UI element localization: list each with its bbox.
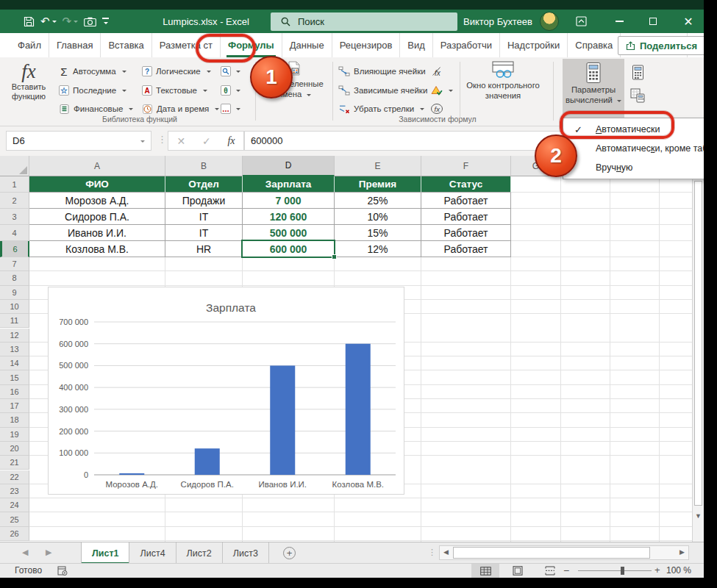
row-header-18[interactable]: 18 [0, 413, 29, 427]
calculate-sheet-button[interactable] [627, 85, 649, 106]
table-cell[interactable]: IT [165, 225, 243, 241]
row-header-8[interactable]: 8 [0, 271, 29, 285]
zoom-slider-thumb[interactable] [621, 567, 624, 575]
table-cell[interactable]: 7 000 [243, 193, 335, 209]
ribbon-button-Зависимые ячейки[interactable]: Зависимые ячейки [338, 82, 428, 98]
sheet-tab-Лист1[interactable]: Лист1 [81, 542, 129, 564]
vertical-scrollbar-thumb[interactable] [694, 181, 702, 506]
share-button[interactable]: Поделиться [618, 36, 704, 55]
insert-function-button[interactable]: fx Вставить функцию [6, 60, 51, 122]
table-cell[interactable]: Работает [421, 193, 511, 209]
scroll-right-icon[interactable]: ▶ [679, 548, 685, 556]
view-normal-button[interactable] [471, 564, 499, 578]
table-cell[interactable]: Иванов И.И. [29, 225, 165, 241]
table-cell[interactable]: 15% [335, 225, 421, 241]
camera-icon[interactable] [81, 17, 99, 26]
search-input[interactable]: Поиск [271, 12, 457, 31]
scroll-down-icon[interactable]: ▼ [693, 507, 704, 525]
table-cell[interactable]: IT [165, 209, 243, 225]
maximize-button[interactable] [638, 10, 668, 33]
column-header-A[interactable]: A [29, 156, 165, 176]
row-header-12[interactable]: 12 [0, 329, 29, 343]
show-formulas-button[interactable]: fx [430, 63, 443, 79]
sheetbar-splitter[interactable]: ⋮ [428, 548, 436, 557]
row-header-3[interactable]: 3 [0, 209, 29, 225]
sheet-nav-prev-icon[interactable]: ◀ [22, 548, 28, 557]
horizontal-scrollbar-thumb[interactable] [453, 547, 650, 559]
row-header-1[interactable]: 1 [0, 176, 29, 193]
ribbon-button-more-functions[interactable]: … [221, 101, 240, 117]
row-header-11[interactable]: 11 [0, 314, 29, 328]
undo-button[interactable]: ↶ [38, 15, 60, 28]
enter-icon[interactable]: ✓ [202, 135, 211, 147]
row-header-24[interactable]: 24 [0, 498, 29, 512]
menu-item-Автоматически, кроме табл[interactable]: Автоматически, кроме табл [563, 139, 704, 158]
row-header-9[interactable]: 9 [0, 286, 29, 300]
column-header-E[interactable]: E [335, 156, 421, 176]
watch-window-button[interactable]: Окно контрольного значения [457, 60, 549, 122]
column-header-B[interactable]: B [165, 156, 243, 176]
salary-chart[interactable]: Зарплата0100 000200 000300 000400 000500… [48, 287, 404, 495]
column-header-F[interactable]: F [421, 156, 511, 176]
close-button[interactable]: ✕ [674, 10, 703, 33]
row-header-21[interactable]: 21 [0, 456, 29, 470]
zoom-in-button[interactable]: + [654, 564, 660, 576]
table-cell[interactable]: Работает [421, 241, 511, 257]
evaluate-button[interactable]: fx [430, 101, 443, 117]
table-cell[interactable]: 25% [335, 193, 421, 209]
account-area[interactable]: Виктор Бухтеев [463, 10, 559, 33]
new-sheet-button[interactable]: + [283, 547, 296, 559]
ribbon-button-Логические[interactable]: ?Логические [142, 63, 211, 79]
row-header-15[interactable]: 15 [0, 370, 29, 384]
menu-item-Вручную[interactable]: Вручную [563, 158, 704, 177]
table-cell[interactable]: 120 600 [243, 209, 335, 225]
table-cell[interactable]: Работает [421, 225, 511, 241]
zoom-out-button[interactable]: − [563, 564, 569, 576]
table-cell[interactable]: Морозов А.Д. [29, 193, 165, 209]
row-header-6[interactable]: 6 [0, 241, 29, 257]
scroll-left-icon[interactable]: ◀ [443, 548, 449, 556]
ribbon-button-Автосумма[interactable]: ΣАвтосумма [59, 63, 126, 79]
row-header-10[interactable]: 10 [0, 300, 29, 314]
table-header-Статус[interactable]: Статус [421, 176, 511, 193]
table-cell[interactable]: HR [165, 241, 243, 257]
ribbon-button-Убрать стрелки[interactable]: Убрать стрелки [338, 101, 424, 117]
fill-handle[interactable] [332, 254, 337, 259]
row-header-17[interactable]: 17 [0, 399, 29, 413]
row-header-22[interactable]: 22 [0, 470, 29, 484]
minimize-button[interactable] [604, 10, 634, 33]
row-header-13[interactable]: 13 [0, 343, 29, 356]
macro-record-icon[interactable] [57, 566, 68, 578]
name-box-dropdown-icon[interactable] [140, 140, 145, 145]
tab-addins[interactable]: Надстройки [500, 33, 568, 57]
zoom-slider-track[interactable] [578, 570, 652, 571]
tab-file[interactable]: Файл [10, 33, 49, 57]
row-header-19[interactable]: 19 [0, 428, 29, 442]
table-header-Премия[interactable]: Премия [335, 176, 421, 193]
ribbon-button-Дата и время[interactable]: Дата и время [142, 101, 219, 117]
table-header-Зарплата[interactable]: Зарплата [243, 176, 335, 193]
calculate-now-button[interactable] [627, 62, 649, 82]
cells-area[interactable]: ФИООтделЗарплатаПремияСтатусМорозов А.Д.… [29, 176, 692, 542]
insert-function-fx-icon[interactable]: fx [227, 135, 235, 147]
row-header-25[interactable]: 25 [0, 512, 29, 526]
row-header-4[interactable]: 4 [0, 225, 29, 241]
sheet-tab-Лист4[interactable]: Лист4 [129, 542, 176, 564]
user-avatar[interactable] [540, 12, 559, 31]
table-cell[interactable]: 500 000 [243, 225, 335, 241]
table-cell[interactable]: Работает [421, 209, 511, 225]
tab-help[interactable]: Справка [568, 33, 621, 57]
table-cell[interactable]: Козлова М.В. [29, 241, 165, 257]
cancel-icon[interactable]: ✕ [176, 135, 185, 147]
tab-view[interactable]: Вид [400, 33, 433, 57]
ribbon-button-lookup-reference[interactable] [221, 63, 240, 79]
customize-quick-access-icon[interactable] [99, 18, 112, 25]
row-header-20[interactable]: 20 [0, 442, 29, 456]
table-header-Отдел[interactable]: Отдел [165, 176, 243, 193]
tab-review[interactable]: Рецензиров [332, 33, 401, 57]
vertical-scrollbar[interactable]: ▼ [692, 156, 704, 542]
row-header-23[interactable]: 23 [0, 484, 29, 498]
row-header-26[interactable]: 26 [0, 527, 29, 541]
column-header-D[interactable]: D [243, 156, 335, 176]
ribbon-button-Последние[interactable]: ☆Последние [59, 82, 126, 98]
